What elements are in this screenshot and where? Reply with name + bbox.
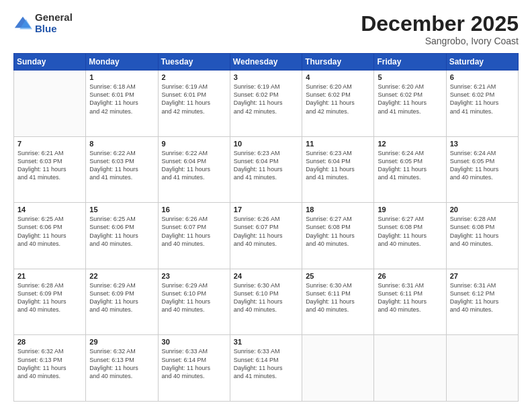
weekday-header-tuesday: Tuesday bbox=[158, 54, 230, 71]
calendar-cell: 9Sunrise: 6:22 AMSunset: 6:04 PMDaylight… bbox=[158, 136, 230, 203]
day-number: 6 bbox=[450, 73, 515, 81]
calendar-body: 1Sunrise: 6:18 AMSunset: 6:01 PMDaylight… bbox=[14, 71, 519, 402]
day-info: Sunrise: 6:31 AMSunset: 6:11 PMDaylight:… bbox=[378, 281, 442, 314]
calendar-cell bbox=[14, 71, 86, 137]
calendar-cell: 8Sunrise: 6:22 AMSunset: 6:03 PMDaylight… bbox=[86, 136, 158, 203]
calendar-cell: 17Sunrise: 6:26 AMSunset: 6:07 PMDayligh… bbox=[230, 203, 302, 269]
logo-text: General Blue bbox=[35, 12, 73, 34]
day-info: Sunrise: 6:19 AMSunset: 6:02 PMDaylight:… bbox=[234, 83, 298, 116]
day-info: Sunrise: 6:31 AMSunset: 6:12 PMDaylight:… bbox=[450, 281, 515, 314]
calendar-week-row: 14Sunrise: 6:25 AMSunset: 6:06 PMDayligh… bbox=[14, 203, 519, 269]
weekday-header-thursday: Thursday bbox=[302, 54, 374, 71]
day-number: 28 bbox=[17, 338, 82, 346]
day-info: Sunrise: 6:20 AMSunset: 6:02 PMDaylight:… bbox=[378, 83, 442, 116]
day-number: 29 bbox=[89, 338, 154, 346]
day-number: 21 bbox=[17, 272, 82, 280]
calendar-cell: 6Sunrise: 6:21 AMSunset: 6:02 PMDaylight… bbox=[446, 71, 518, 137]
day-number: 5 bbox=[378, 73, 442, 81]
day-info: Sunrise: 6:27 AMSunset: 6:08 PMDaylight:… bbox=[306, 215, 370, 248]
day-info: Sunrise: 6:29 AMSunset: 6:09 PMDaylight:… bbox=[89, 281, 154, 314]
logo-general-text: General bbox=[35, 12, 73, 24]
day-info: Sunrise: 6:28 AMSunset: 6:09 PMDaylight:… bbox=[17, 281, 82, 314]
weekday-header-sunday: Sunday bbox=[14, 54, 86, 71]
day-number: 22 bbox=[89, 272, 154, 280]
day-number: 9 bbox=[162, 140, 226, 148]
day-info: Sunrise: 6:32 AMSunset: 6:13 PMDaylight:… bbox=[89, 347, 154, 380]
day-number: 26 bbox=[378, 272, 442, 280]
header: General Blue December 2025 Sangrobo, Ivo… bbox=[13, 12, 519, 46]
day-number: 19 bbox=[378, 205, 442, 214]
page: General Blue December 2025 Sangrobo, Ivo… bbox=[0, 0, 532, 411]
day-number: 8 bbox=[89, 140, 154, 148]
calendar-cell: 23Sunrise: 6:29 AMSunset: 6:10 PMDayligh… bbox=[158, 269, 230, 335]
day-info: Sunrise: 6:26 AMSunset: 6:07 PMDaylight:… bbox=[234, 215, 298, 248]
calendar-cell: 13Sunrise: 6:24 AMSunset: 6:05 PMDayligh… bbox=[446, 136, 518, 203]
calendar-cell: 24Sunrise: 6:30 AMSunset: 6:10 PMDayligh… bbox=[230, 269, 302, 335]
day-info: Sunrise: 6:21 AMSunset: 6:02 PMDaylight:… bbox=[450, 83, 515, 116]
calendar-cell: 20Sunrise: 6:28 AMSunset: 6:08 PMDayligh… bbox=[446, 203, 518, 269]
day-info: Sunrise: 6:23 AMSunset: 6:04 PMDaylight:… bbox=[306, 149, 370, 182]
calendar-table: SundayMondayTuesdayWednesdayThursdayFrid… bbox=[13, 53, 519, 402]
calendar-cell bbox=[302, 335, 374, 402]
day-info: Sunrise: 6:30 AMSunset: 6:10 PMDaylight:… bbox=[234, 281, 298, 314]
calendar-week-row: 28Sunrise: 6:32 AMSunset: 6:13 PMDayligh… bbox=[14, 335, 519, 402]
day-number: 16 bbox=[162, 205, 226, 214]
calendar-cell: 1Sunrise: 6:18 AMSunset: 6:01 PMDaylight… bbox=[86, 71, 158, 137]
day-number: 2 bbox=[162, 73, 226, 81]
day-number: 31 bbox=[234, 338, 298, 346]
calendar-cell: 28Sunrise: 6:32 AMSunset: 6:13 PMDayligh… bbox=[14, 335, 86, 402]
weekday-header-friday: Friday bbox=[374, 54, 446, 71]
calendar-cell: 21Sunrise: 6:28 AMSunset: 6:09 PMDayligh… bbox=[14, 269, 86, 335]
calendar-cell: 29Sunrise: 6:32 AMSunset: 6:13 PMDayligh… bbox=[86, 335, 158, 402]
day-info: Sunrise: 6:20 AMSunset: 6:02 PMDaylight:… bbox=[306, 83, 370, 116]
calendar-cell: 25Sunrise: 6:30 AMSunset: 6:11 PMDayligh… bbox=[302, 269, 374, 335]
calendar-week-row: 1Sunrise: 6:18 AMSunset: 6:01 PMDaylight… bbox=[14, 71, 519, 137]
day-number: 30 bbox=[162, 338, 226, 346]
day-info: Sunrise: 6:29 AMSunset: 6:10 PMDaylight:… bbox=[162, 281, 226, 314]
weekday-header-saturday: Saturday bbox=[446, 54, 518, 71]
calendar-cell: 16Sunrise: 6:26 AMSunset: 6:07 PMDayligh… bbox=[158, 203, 230, 269]
title-section: December 2025 Sangrobo, Ivory Coast bbox=[361, 12, 519, 46]
day-number: 25 bbox=[306, 272, 370, 280]
weekday-header-wednesday: Wednesday bbox=[230, 54, 302, 71]
day-info: Sunrise: 6:22 AMSunset: 6:04 PMDaylight:… bbox=[162, 149, 226, 182]
day-info: Sunrise: 6:18 AMSunset: 6:01 PMDaylight:… bbox=[89, 83, 154, 116]
weekday-header-row: SundayMondayTuesdayWednesdayThursdayFrid… bbox=[14, 54, 519, 71]
day-number: 18 bbox=[306, 205, 370, 214]
day-number: 7 bbox=[17, 140, 82, 148]
location-subtitle: Sangrobo, Ivory Coast bbox=[361, 36, 519, 46]
day-number: 13 bbox=[450, 140, 515, 148]
day-number: 10 bbox=[234, 140, 298, 148]
calendar-cell bbox=[374, 335, 446, 402]
calendar-header: SundayMondayTuesdayWednesdayThursdayFrid… bbox=[14, 54, 519, 71]
calendar-cell: 7Sunrise: 6:21 AMSunset: 6:03 PMDaylight… bbox=[14, 136, 86, 203]
calendar-cell: 4Sunrise: 6:20 AMSunset: 6:02 PMDaylight… bbox=[302, 71, 374, 137]
calendar-cell: 3Sunrise: 6:19 AMSunset: 6:02 PMDaylight… bbox=[230, 71, 302, 137]
calendar-cell bbox=[446, 335, 518, 402]
day-info: Sunrise: 6:32 AMSunset: 6:13 PMDaylight:… bbox=[17, 347, 82, 380]
day-info: Sunrise: 6:25 AMSunset: 6:06 PMDaylight:… bbox=[17, 215, 82, 248]
calendar-cell: 22Sunrise: 6:29 AMSunset: 6:09 PMDayligh… bbox=[86, 269, 158, 335]
calendar-cell: 19Sunrise: 6:27 AMSunset: 6:08 PMDayligh… bbox=[374, 203, 446, 269]
day-info: Sunrise: 6:21 AMSunset: 6:03 PMDaylight:… bbox=[17, 149, 82, 182]
logo: General Blue bbox=[13, 12, 73, 34]
day-info: Sunrise: 6:22 AMSunset: 6:03 PMDaylight:… bbox=[89, 149, 154, 182]
logo-blue-text: Blue bbox=[35, 24, 73, 35]
day-info: Sunrise: 6:27 AMSunset: 6:08 PMDaylight:… bbox=[378, 215, 442, 248]
day-info: Sunrise: 6:33 AMSunset: 6:14 PMDaylight:… bbox=[162, 347, 226, 380]
day-number: 15 bbox=[89, 205, 154, 214]
calendar-cell: 14Sunrise: 6:25 AMSunset: 6:06 PMDayligh… bbox=[14, 203, 86, 269]
day-number: 11 bbox=[306, 140, 370, 148]
calendar-cell: 30Sunrise: 6:33 AMSunset: 6:14 PMDayligh… bbox=[158, 335, 230, 402]
day-number: 20 bbox=[450, 205, 515, 214]
calendar-cell: 5Sunrise: 6:20 AMSunset: 6:02 PMDaylight… bbox=[374, 71, 446, 137]
calendar-cell: 27Sunrise: 6:31 AMSunset: 6:12 PMDayligh… bbox=[446, 269, 518, 335]
day-info: Sunrise: 6:24 AMSunset: 6:05 PMDaylight:… bbox=[378, 149, 442, 182]
calendar-cell: 2Sunrise: 6:19 AMSunset: 6:01 PMDaylight… bbox=[158, 71, 230, 137]
calendar-cell: 12Sunrise: 6:24 AMSunset: 6:05 PMDayligh… bbox=[374, 136, 446, 203]
day-number: 12 bbox=[378, 140, 442, 148]
calendar-cell: 18Sunrise: 6:27 AMSunset: 6:08 PMDayligh… bbox=[302, 203, 374, 269]
day-info: Sunrise: 6:33 AMSunset: 6:14 PMDaylight:… bbox=[234, 347, 298, 380]
day-info: Sunrise: 6:30 AMSunset: 6:11 PMDaylight:… bbox=[306, 281, 370, 314]
day-info: Sunrise: 6:25 AMSunset: 6:06 PMDaylight:… bbox=[89, 215, 154, 248]
